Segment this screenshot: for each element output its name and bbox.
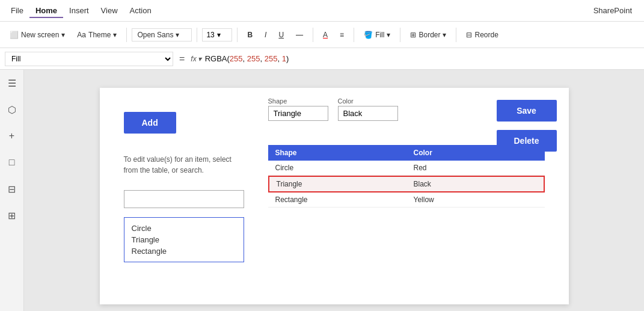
table-row[interactable]: Rectangle Yellow	[268, 192, 545, 208]
sep-7	[456, 28, 456, 42]
col-shape: Shape	[268, 145, 406, 161]
color-input[interactable]	[338, 106, 398, 121]
fx-label[interactable]: fx ▾	[191, 55, 201, 63]
sidebar-icon-settings[interactable]: ⊞	[4, 207, 20, 224]
menu-view[interactable]: View	[95, 4, 124, 17]
reorder-label: Reorde	[474, 31, 498, 39]
theme-chevron: ▾	[113, 31, 117, 39]
cell-shape: Rectangle	[268, 192, 406, 207]
sidebar-icon-menu[interactable]: ☰	[4, 75, 20, 91]
theme-label: Theme	[88, 31, 111, 39]
font-value: Open Sans	[137, 31, 173, 39]
shape-label: Shape	[268, 97, 328, 105]
rgba-prefix: RGBA(	[205, 54, 230, 63]
equals-sign: =	[177, 54, 187, 64]
cell-color: Black	[406, 177, 544, 191]
rgba-g: 255	[247, 54, 260, 63]
menu-home[interactable]: Home	[29, 4, 63, 17]
screen-icon: ⬜	[10, 31, 19, 39]
sep-1	[126, 28, 127, 42]
new-screen-chevron: ▾	[61, 31, 65, 39]
list-item[interactable]: Rectangle	[132, 245, 236, 257]
font-chevron: ▾	[176, 31, 179, 39]
fill-icon: 🪣	[364, 31, 373, 39]
shape-input[interactable]	[268, 106, 328, 121]
color-field: Color	[338, 97, 398, 121]
menu-insert[interactable]: Insert	[63, 4, 95, 17]
save-button[interactable]: Save	[497, 100, 557, 122]
sep-5	[354, 28, 354, 42]
border-chevron: ▾	[443, 31, 446, 39]
app-canvas: Add Shape Color Save Delete	[100, 88, 569, 304]
add-button[interactable]: Add	[124, 112, 176, 134]
font-size-input[interactable]: 13 ▾	[202, 28, 232, 42]
sidebar-icon-layers[interactable]: ⬡	[4, 101, 20, 118]
border-button[interactable]: ⊞ Border ▾	[405, 28, 451, 42]
left-sidebar: ☰ ⬡ + □ ⊟ ⊞	[0, 70, 24, 311]
color-label: Color	[338, 97, 398, 105]
fill-button[interactable]: 🪣 Fill ▾	[359, 28, 395, 42]
rgba-a: 1	[282, 54, 286, 63]
new-screen-button[interactable]: ⬜ New screen ▾	[5, 28, 70, 42]
property-selector[interactable]: Fill	[5, 52, 173, 66]
fill-chevron: ▾	[387, 31, 390, 39]
border-label: Border	[419, 31, 440, 39]
menu-bar: File Home Insert View Action SharePoint	[0, 0, 644, 22]
list-box[interactable]: Circle Triangle Rectangle	[124, 217, 244, 262]
new-screen-label: New screen	[21, 31, 59, 39]
font-color-icon: A	[323, 31, 328, 39]
reorder-icon: ⊟	[466, 31, 472, 39]
theme-button[interactable]: Aa Theme ▾	[72, 28, 121, 42]
hint-line-1: To edit value(s) for an item, select	[124, 154, 232, 165]
rgba-b: 255	[265, 54, 278, 63]
cell-color: Red	[406, 161, 545, 175]
theme-icon: Aa	[77, 31, 86, 39]
list-item[interactable]: Circle	[132, 223, 236, 234]
sep-3	[237, 28, 238, 42]
data-table: Shape Color Circle Red Triangle Black Re…	[268, 145, 545, 208]
sidebar-icon-media[interactable]: ⊟	[4, 180, 20, 197]
cell-shape: Circle	[268, 161, 406, 175]
strikethrough-button[interactable]: —	[291, 28, 308, 42]
col-color: Color	[406, 145, 545, 161]
search-input[interactable]	[124, 190, 244, 208]
menu-file[interactable]: File	[5, 4, 29, 17]
sidebar-icon-add[interactable]: +	[4, 128, 20, 144]
shape-field: Shape	[268, 97, 328, 121]
table-row[interactable]: Circle Red	[268, 161, 545, 176]
border-icon: ⊞	[410, 31, 416, 39]
sidebar-icon-data[interactable]: □	[4, 154, 20, 171]
underline-button[interactable]: U	[274, 28, 289, 42]
list-item[interactable]: Triangle	[132, 234, 236, 245]
rgba-r: 255	[230, 54, 243, 63]
font-dropdown[interactable]: Open Sans ▾	[132, 28, 192, 42]
hint-line-2: from the table, or search.	[124, 165, 232, 176]
menu-action[interactable]: Action	[124, 4, 158, 17]
cell-shape: Triangle	[269, 177, 406, 191]
sep-6	[400, 28, 400, 42]
italic-button[interactable]: I	[260, 28, 271, 42]
table-body: Circle Red Triangle Black Rectangle Yell…	[268, 161, 545, 208]
field-group: Shape Color	[268, 97, 398, 121]
size-chevron: ▾	[217, 31, 221, 39]
table-row-selected[interactable]: Triangle Black	[268, 176, 545, 192]
table-header: Shape Color	[268, 145, 545, 161]
font-size-value: 13	[206, 31, 214, 39]
bold-button[interactable]: B	[242, 28, 257, 42]
formula-bar: Fill = fx ▾ RGBA(255, 255, 255, 1)	[0, 48, 644, 70]
shape-color-section: Shape Color	[268, 97, 398, 121]
sep-2	[197, 28, 197, 42]
canvas-area: Add Shape Color Save Delete	[24, 70, 644, 311]
formula-content[interactable]: RGBA(255, 255, 255, 1)	[205, 54, 639, 63]
app-title: SharePoint	[593, 6, 639, 15]
fill-label: Fill	[375, 31, 384, 39]
font-color-button[interactable]: A	[318, 28, 333, 42]
align-button[interactable]: ≡	[335, 28, 349, 42]
reorder-button[interactable]: ⊟ Reorde	[461, 28, 503, 42]
main-layout: ☰ ⬡ + □ ⊟ ⊞ Add Shape Color	[0, 70, 644, 311]
cell-color: Yellow	[406, 192, 545, 207]
toolbar: ⬜ New screen ▾ Aa Theme ▾ Open Sans ▾ 13…	[0, 22, 644, 48]
hint-text: To edit value(s) for an item, select fro…	[124, 154, 232, 176]
sep-4	[313, 28, 313, 42]
